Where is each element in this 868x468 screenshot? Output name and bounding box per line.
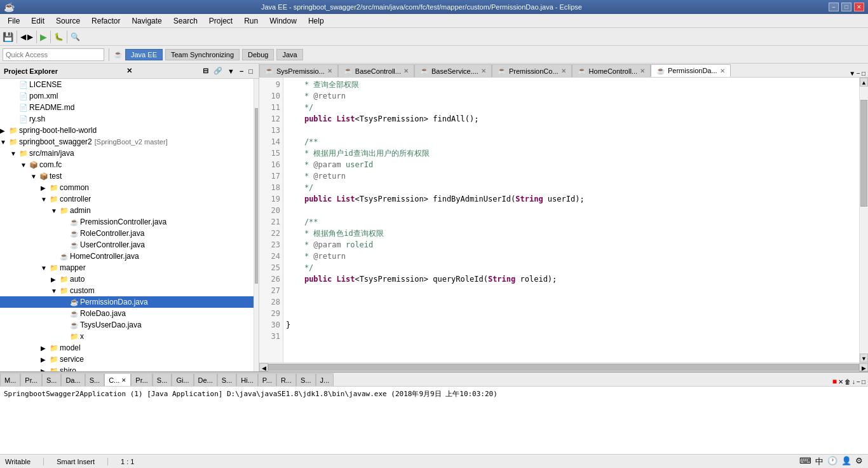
tab-close-button[interactable]: ✕ (403, 67, 409, 74)
scroll-left-button[interactable]: ◀ (259, 363, 268, 371)
explorer-scrollbar[interactable] (254, 79, 259, 371)
menubar-item-source[interactable]: Source (51, 15, 85, 27)
menubar-item-refactor[interactable]: Refactor (86, 15, 125, 27)
maximize-button[interactable]: □ (841, 3, 851, 11)
tree-item[interactable]: ▶📁common (0, 182, 259, 193)
console-max-button[interactable]: □ (862, 378, 865, 385)
tab-max-button[interactable]: □ (862, 70, 865, 77)
menubar-item-edit[interactable]: Edit (26, 15, 50, 27)
toolbar-back-icon[interactable]: ◀ (20, 32, 26, 41)
toolbar-save-icon[interactable]: 💾 (3, 32, 13, 42)
tree-item[interactable]: ☕UserController.java (0, 239, 259, 251)
tab-close-button[interactable]: ✕ (561, 67, 566, 74)
console-scroll-button[interactable]: ↓ (852, 378, 855, 385)
tree-item[interactable]: ▼📁admin (0, 205, 259, 216)
bottom-tab[interactable]: C...✕ (104, 373, 131, 386)
menubar-item-project[interactable]: Project (204, 15, 238, 27)
menubar-item-window[interactable]: Window (264, 15, 302, 27)
scroll-track[interactable] (860, 86, 868, 354)
tree-item[interactable]: ▶📁spring-boot-hello-world (0, 125, 259, 136)
tree-item[interactable]: ☕PremissionController.java (0, 216, 259, 228)
tree-item[interactable]: ▶📁auto (0, 273, 259, 285)
close-button[interactable]: ✕ (854, 3, 864, 11)
java-perspective[interactable]: Java (276, 49, 302, 60)
tree-item[interactable]: ▶📁model (0, 342, 259, 354)
minimize-button[interactable]: − (829, 3, 839, 11)
scroll-down-button[interactable]: ▼ (860, 354, 868, 362)
tree-item[interactable]: ▶📁shiro (0, 365, 259, 371)
code-editor[interactable]: * 查询全部权限 * @return */ public List<TsysPr… (283, 78, 859, 362)
link-with-editor-button[interactable]: 🔗 (212, 66, 224, 76)
tree-item[interactable]: ▼📁src/main/java (0, 148, 259, 159)
menubar-item-search[interactable]: Search (168, 15, 203, 27)
explorer-menu-button[interactable]: ▼ (226, 67, 236, 76)
tree-item[interactable]: ▼📁mapper (0, 262, 259, 273)
quick-access-input[interactable] (3, 48, 104, 61)
team-sync-perspective[interactable]: Team Synchronizing (165, 49, 240, 60)
editor-tab[interactable]: ☕PermissionDa...✕ (651, 64, 731, 77)
tab-close-button[interactable]: ✕ (327, 67, 332, 74)
explorer-scrollbar-thumb[interactable] (255, 108, 258, 284)
tree-item[interactable]: ▼📁controller (0, 193, 259, 205)
toolbar-run-icon[interactable]: ▶ (40, 32, 47, 42)
bottom-tab-close-icon[interactable]: ✕ (121, 377, 126, 383)
tree-item[interactable]: ☕HomeController.java (0, 251, 259, 262)
tree-item[interactable]: ▶📁service (0, 354, 259, 365)
tree-item[interactable]: ☕RoleDao.java (0, 308, 259, 319)
explorer-max-button[interactable]: □ (247, 67, 255, 76)
tree-item[interactable]: 📄pom.xml (0, 90, 259, 102)
bottom-tab[interactable]: J... (316, 373, 334, 386)
toolbar-search-icon[interactable]: 🔍 (71, 32, 80, 41)
menubar-item-run[interactable]: Run (239, 15, 263, 27)
scroll-up-button[interactable]: ▲ (860, 78, 868, 86)
toolbar-forward-icon[interactable]: ▶ (27, 32, 33, 41)
bottom-tab[interactable]: S... (296, 373, 316, 386)
tree-item[interactable]: 📄ry.sh (0, 113, 259, 125)
tree-item[interactable]: ▼📦com.fc (0, 159, 259, 170)
editor-vertical-scrollbar[interactable]: ▲ ▼ (859, 78, 868, 362)
console-stop-button[interactable]: ■ (832, 377, 837, 386)
tab-min-button[interactable]: − (857, 70, 860, 77)
toolbar-debug-icon[interactable]: 🐛 (54, 32, 64, 41)
bottom-tab[interactable]: S... (153, 373, 172, 386)
tree-item[interactable]: ▼📁springboot_swagger2[SpringBoot_v2 mast… (0, 136, 259, 148)
tree-item[interactable]: 📄README.md (0, 102, 259, 113)
bottom-tab[interactable]: Gi... (172, 373, 193, 386)
tab-close-button[interactable]: ✕ (640, 67, 645, 74)
tab-close-button[interactable]: ✕ (481, 67, 486, 74)
tree-item[interactable]: ☕RoleController.java (0, 228, 259, 239)
bottom-tab[interactable]: S... (217, 373, 237, 386)
h-scroll-track[interactable] (268, 363, 859, 371)
bottom-tab[interactable]: S... (85, 373, 105, 386)
tree-item[interactable]: 📄LICENSE (0, 79, 259, 90)
editor-tab[interactable]: ☕PremissionCo...✕ (492, 64, 572, 77)
tree-item[interactable]: ▼📦test (0, 170, 259, 182)
console-terminate-button[interactable]: ✕ (838, 378, 843, 385)
explorer-min-button[interactable]: − (238, 67, 245, 76)
bottom-tab[interactable]: Pr... (131, 373, 153, 386)
bottom-tab[interactable]: P... (258, 373, 276, 386)
tree-item[interactable]: ▼📁custom (0, 285, 259, 296)
bottom-tab[interactable]: Hi... (236, 373, 258, 386)
collapse-all-button[interactable]: ⊟ (201, 66, 210, 76)
bottom-tab[interactable]: De... (194, 373, 217, 386)
java-ee-perspective[interactable]: Java EE (125, 49, 163, 60)
tab-close-button[interactable]: ✕ (720, 67, 725, 74)
tree-item[interactable]: ☕TsysUserDao.java (0, 319, 259, 331)
editor-tab[interactable]: ☕BaseControll...✕ (338, 64, 414, 77)
bottom-tab[interactable]: Pr... (20, 373, 42, 386)
debug-perspective[interactable]: Debug (242, 49, 274, 60)
tree-item[interactable]: 📁x (0, 331, 259, 342)
console-min-button[interactable]: − (857, 378, 860, 385)
menubar-item-help[interactable]: Help (303, 15, 329, 27)
tab-list-button[interactable]: ▼ (849, 70, 855, 77)
editor-tab[interactable]: ☕BaseService....✕ (414, 64, 492, 77)
bottom-tab[interactable]: R... (276, 373, 296, 386)
bottom-tab[interactable]: S... (42, 373, 62, 386)
tree-item[interactable]: ☕PermissionDao.java (0, 296, 259, 308)
scroll-right-button[interactable]: ▶ (859, 363, 868, 371)
editor-horizontal-scrollbar[interactable]: ◀ ▶ (259, 362, 868, 371)
editor-tab[interactable]: ☕HomeControll...✕ (572, 64, 651, 77)
bottom-tab[interactable]: Da... (61, 373, 85, 386)
explorer-close-icon[interactable]: ✕ (126, 67, 132, 75)
